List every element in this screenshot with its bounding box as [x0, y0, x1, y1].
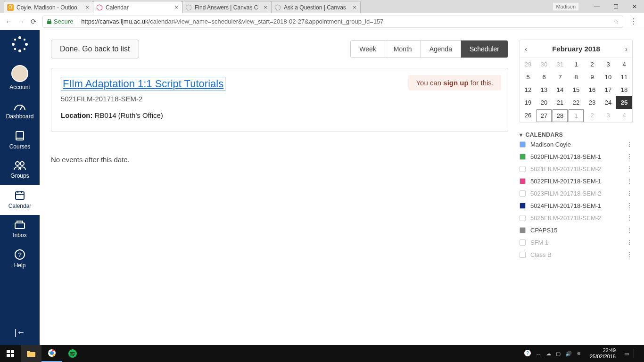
nav-dashboard[interactable]: Dashboard [0, 96, 40, 125]
tray-help-icon[interactable]: ? [524, 349, 531, 358]
view-tab-agenda[interactable]: Agenda [421, 41, 461, 58]
nav-inbox[interactable]: Inbox [0, 215, 40, 244]
browser-tab[interactable]: Ask a Question | Canvas × [271, 1, 361, 13]
calendar-color-swatch[interactable] [520, 166, 526, 172]
close-icon[interactable]: × [84, 4, 90, 11]
nav-help[interactable]: ? Help [0, 244, 40, 274]
browser-tab[interactable]: Find Answers | Canvas C × [182, 1, 272, 13]
nav-calendar[interactable]: Calendar [0, 185, 40, 215]
mini-calendar-day[interactable]: 25 [616, 96, 632, 109]
mini-calendar-day[interactable]: 4 [616, 58, 632, 71]
close-icon[interactable]: × [173, 4, 179, 11]
calendar-list-item[interactable]: Madison Coyle⋮ [520, 138, 633, 150]
next-month-button[interactable]: › [625, 45, 627, 53]
kebab-icon[interactable]: ⋮ [626, 251, 633, 258]
mini-calendar-day[interactable]: 13 [536, 83, 552, 96]
mini-calendar-day[interactable]: 3 [600, 58, 616, 71]
kebab-icon[interactable]: ⋮ [626, 189, 633, 197]
view-tab-week[interactable]: Week [351, 41, 385, 58]
calendar-list-item[interactable]: CPAPS15⋮ [520, 224, 633, 236]
mini-calendar-day[interactable]: 29 [520, 58, 536, 71]
done-go-back-button[interactable]: Done. Go back to list [51, 40, 139, 58]
mini-calendar-day[interactable]: 2 [584, 109, 600, 122]
nav-collapse-button[interactable]: |← [15, 320, 25, 345]
mini-calendar-day[interactable]: 3 [600, 109, 616, 122]
calendar-color-swatch[interactable] [520, 203, 526, 209]
mini-calendar-day[interactable]: 21 [552, 96, 568, 109]
address-bar[interactable]: Secure https://canvas.ljmu.ac.uk/calenda… [42, 16, 623, 28]
mini-calendar-day[interactable]: 31 [552, 58, 568, 71]
browser-tab[interactable]: O Coyle, Madison - Outloo × [4, 1, 93, 13]
browser-menu-button[interactable]: ⋮ [626, 17, 641, 26]
nav-account[interactable]: Account [0, 60, 40, 96]
calendar-list-item[interactable]: 5022FILM-201718-SEM-1⋮ [520, 175, 633, 187]
prev-month-button[interactable]: ‹ [525, 45, 527, 53]
tray-chevron-up-icon[interactable]: ︿ [536, 350, 541, 357]
mini-calendar-day[interactable]: 22 [568, 96, 584, 109]
mini-calendar-day[interactable]: 15 [568, 83, 584, 96]
calendar-color-swatch[interactable] [520, 154, 526, 160]
view-tab-month[interactable]: Month [385, 41, 421, 58]
browser-tab-active[interactable]: Calendar × [93, 1, 182, 13]
chrome-profile-badge[interactable]: Madison [553, 2, 579, 11]
mini-calendar-day[interactable]: 6 [536, 71, 552, 83]
mini-calendar-day[interactable]: 12 [520, 83, 536, 96]
signup-link[interactable]: sign up [443, 79, 468, 87]
calendar-list-item[interactable]: 5024FILM-201718-SEM-1⋮ [520, 199, 633, 212]
tray-volume-icon[interactable]: 🔊 [565, 351, 572, 357]
mini-calendar-day[interactable]: 2 [584, 58, 600, 71]
mini-calendar-day[interactable]: 17 [600, 83, 616, 96]
kebab-icon[interactable]: ⋮ [626, 153, 633, 160]
mini-calendar-day[interactable]: 26 [520, 109, 536, 122]
mini-calendar-day[interactable]: 30 [536, 58, 552, 71]
canvas-logo[interactable] [10, 35, 29, 54]
window-maximize-button[interactable]: ☐ [606, 0, 625, 13]
calendar-list-item[interactable]: 5025FILM-201718-SEM-2⋮ [520, 212, 633, 224]
mini-calendar-day[interactable]: 9 [584, 71, 600, 83]
mini-calendar-day[interactable]: 23 [584, 96, 600, 109]
mini-calendar-day[interactable]: 27 [537, 109, 552, 122]
show-desktop-button[interactable] [634, 349, 640, 358]
nav-courses[interactable]: Courses [0, 125, 40, 156]
appointment-title-link[interactable]: FIlm Adaptation 1:1 Script Tutorials [61, 77, 225, 91]
kebab-icon[interactable]: ⋮ [626, 214, 633, 222]
calendars-heading[interactable]: ▾ CALENDARS [520, 132, 633, 138]
calendar-color-swatch[interactable] [520, 239, 526, 246]
start-button[interactable] [0, 345, 21, 362]
reload-button[interactable]: ⟳ [27, 16, 40, 28]
calendar-list-item[interactable]: 5023FILM-201718-SEM-2⋮ [520, 187, 633, 199]
back-button[interactable]: ← [3, 16, 15, 28]
calendar-color-swatch[interactable] [520, 178, 526, 184]
mini-calendar-day[interactable]: 28 [553, 109, 568, 122]
forward-button[interactable]: → [15, 16, 27, 28]
taskbar-spotify[interactable] [62, 345, 83, 362]
calendar-color-swatch[interactable] [520, 252, 526, 258]
calendar-color-swatch[interactable] [520, 190, 526, 197]
kebab-icon[interactable]: ⋮ [626, 140, 633, 148]
window-minimize-button[interactable]: — [587, 0, 606, 13]
mini-calendar-day[interactable]: 10 [600, 71, 616, 83]
mini-calendar-day[interactable]: 14 [552, 83, 568, 96]
mini-calendar-day[interactable]: 19 [520, 96, 536, 109]
mini-calendar-day[interactable]: 11 [616, 71, 632, 83]
calendar-color-swatch[interactable] [520, 141, 526, 148]
mini-calendar-day[interactable]: 20 [536, 96, 552, 109]
nav-groups[interactable]: Groups [0, 156, 40, 185]
calendar-color-swatch[interactable] [520, 227, 526, 233]
tray-onedrive-icon[interactable]: ☁ [546, 351, 551, 357]
kebab-icon[interactable]: ⋮ [626, 226, 633, 234]
calendar-list-item[interactable]: Class B⋮ [520, 248, 633, 261]
kebab-icon[interactable]: ⋮ [626, 202, 633, 209]
taskbar-chrome[interactable] [41, 345, 62, 362]
kebab-icon[interactable]: ⋮ [626, 165, 633, 173]
mini-calendar-day[interactable]: 5 [520, 71, 536, 83]
taskbar-clock[interactable]: 22:49 25/02/2018 [586, 347, 619, 359]
window-close-button[interactable]: ✕ [625, 0, 644, 13]
kebab-icon[interactable]: ⋮ [626, 239, 633, 246]
action-center-icon[interactable]: ▭ [624, 351, 629, 357]
mini-calendar-day[interactable]: 7 [552, 71, 568, 83]
taskbar-file-explorer[interactable] [21, 345, 41, 362]
bookmark-star-icon[interactable]: ☆ [611, 18, 619, 25]
mini-calendar-day[interactable]: 1 [568, 58, 584, 71]
close-icon[interactable]: × [263, 4, 268, 11]
